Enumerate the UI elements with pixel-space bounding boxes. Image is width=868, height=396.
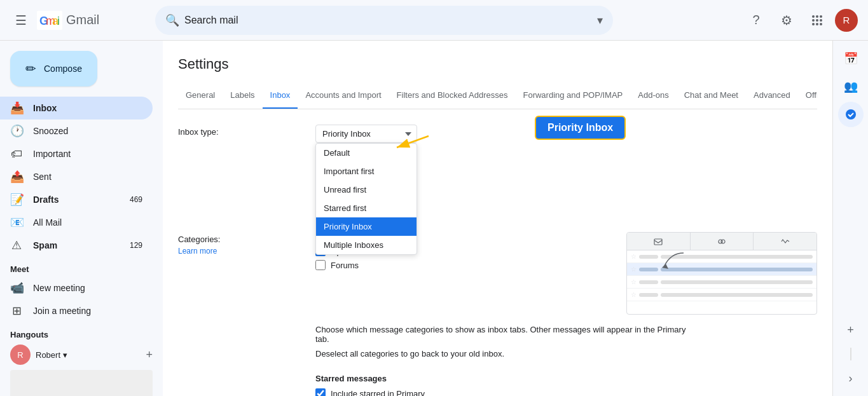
learn-more-link[interactable]: Learn more	[178, 247, 305, 256]
option-multiple-inboxes[interactable]: Multiple Inboxes	[316, 236, 417, 254]
search-input[interactable]	[184, 15, 592, 26]
categories-desc-2: Deselect all categories to go back to yo…	[315, 349, 697, 358]
new-meeting-icon: 📹	[10, 281, 23, 295]
tab-filters[interactable]: Filters and Blocked Addresses	[389, 83, 516, 109]
important-label: Important	[33, 149, 142, 159]
important-icon: 🏷	[10, 147, 23, 161]
forums-checkbox[interactable]	[315, 260, 326, 270]
preview-star-2: ☆	[631, 266, 637, 273]
all-mail-icon: 📧	[10, 215, 23, 229]
right-panel-add-icon[interactable]: +	[838, 317, 864, 343]
hamburger-icon[interactable]: ☰	[10, 8, 32, 33]
right-panel-divider	[850, 348, 851, 360]
preview-subject-4	[661, 293, 813, 297]
svg-point-9	[816, 19, 818, 22]
option-starred-first[interactable]: Starred first	[316, 199, 417, 217]
tab-forwarding[interactable]: Forwarding and POP/IMAP	[515, 83, 630, 109]
sidebar-item-snoozed[interactable]: 🕐 Snoozed	[0, 119, 153, 142]
option-important-first[interactable]: Important first	[316, 162, 417, 181]
settings-title: Settings	[178, 56, 817, 72]
avatar[interactable]: R	[835, 9, 858, 32]
preview-tabs	[627, 233, 816, 250]
right-panel-chevron-icon[interactable]: ›	[838, 365, 864, 391]
preview-row-3: ☆	[627, 276, 816, 289]
forums-checkbox-row: Forums	[315, 260, 586, 270]
categories-desc-1: Choose which message categories to show …	[315, 325, 697, 344]
sidebar-item-join-meeting[interactable]: ⊞ Join a meeting	[0, 299, 153, 322]
settings-body: Inbox type: Default Important first Unre…	[163, 109, 832, 396]
search-bar[interactable]: 🔍 ▾	[155, 6, 613, 35]
preview-tab-social	[691, 233, 754, 250]
sidebar-item-inbox[interactable]: 📥 Inbox	[0, 97, 153, 119]
svg-text:i: i	[57, 15, 60, 27]
hangouts-user-item[interactable]: R Robert ▾ +	[0, 342, 163, 367]
priority-inbox-tooltip: Priority Inbox	[535, 116, 626, 140]
sidebar-item-all-mail[interactable]: 📧 All Mail	[0, 211, 153, 234]
forums-label: Forums	[331, 261, 359, 270]
tab-accounts[interactable]: Accounts and Import	[298, 83, 389, 109]
svg-point-6	[816, 15, 818, 18]
sidebar-item-spam[interactable]: ⚠ Spam 129	[0, 234, 153, 257]
hangouts-section-header: Hangouts	[0, 322, 163, 342]
starred-checkbox[interactable]	[315, 388, 326, 396]
compose-button[interactable]: ✏ Compose	[10, 51, 97, 86]
tab-labels[interactable]: Labels	[223, 83, 262, 109]
settings-button[interactable]: ⚙	[774, 8, 799, 33]
hangouts-user-avatar: R	[10, 345, 31, 365]
spam-label: Spam	[33, 240, 120, 250]
starred-messages-content: Starred messages Include starred in Prim…	[315, 374, 817, 396]
right-panel-people-icon[interactable]: 👥	[838, 74, 864, 99]
inbox-type-dropdown-area: Default Important first Unread first Sta…	[315, 125, 417, 143]
main-content: Settings General Labels Inbox Accounts a…	[163, 41, 832, 396]
sidebar-item-drafts[interactable]: 📝 Drafts 469	[0, 188, 153, 211]
hangouts-add-icon[interactable]: +	[146, 348, 153, 362]
preview-tab-promotions	[754, 233, 816, 250]
tab-offline[interactable]: Offline	[798, 83, 817, 109]
sidebar-item-new-meeting[interactable]: 📹 New meeting	[0, 277, 153, 299]
search-dropdown-icon[interactable]: ▾	[597, 13, 603, 27]
hangouts-user-name: Robert ▾	[36, 350, 67, 360]
tab-inbox[interactable]: Inbox	[263, 83, 298, 109]
svg-point-12	[816, 23, 818, 25]
svg-point-13	[820, 23, 822, 25]
starred-section-title: Starred messages	[315, 374, 817, 383]
drafts-count: 469	[130, 195, 142, 204]
option-priority-inbox[interactable]: Priority Inbox	[316, 217, 417, 236]
hangouts-preview	[10, 370, 153, 396]
categories-row: Categories: Learn more Social Updates	[178, 232, 817, 358]
svg-line-15	[397, 136, 429, 147]
inbox-icon: 📥	[10, 101, 23, 115]
right-panel-calendar-icon[interactable]: 📅	[838, 46, 864, 71]
svg-rect-16	[654, 239, 662, 245]
svg-point-8	[812, 19, 815, 22]
preview-star-1: ☆	[631, 253, 637, 260]
topbar-right: ? ⚙ R	[743, 8, 858, 33]
option-unread-first[interactable]: Unread first	[316, 181, 417, 199]
sidebar-item-sent[interactable]: 📤 Sent	[0, 165, 153, 188]
spam-icon: ⚠	[10, 238, 23, 252]
svg-point-11	[812, 23, 815, 25]
tab-advanced[interactable]: Advanced	[746, 83, 798, 109]
drafts-label: Drafts	[33, 195, 120, 205]
help-button[interactable]: ?	[743, 8, 769, 33]
right-panel: 📅 👥 + ›	[832, 41, 868, 396]
compose-plus-icon: ✏	[25, 61, 36, 76]
apps-button[interactable]	[804, 8, 830, 33]
sidebar: ✏ Compose 📥 Inbox 🕐 Snoozed 🏷 Important …	[0, 41, 163, 396]
right-panel-tasks-icon[interactable]	[838, 102, 864, 127]
preview-subject-3	[661, 280, 813, 284]
sidebar-item-important[interactable]: 🏷 Important	[0, 142, 153, 165]
tab-general[interactable]: General	[178, 83, 223, 109]
new-meeting-label: New meeting	[33, 283, 142, 293]
starred-messages-label	[178, 374, 305, 376]
meet-section-header: Meet	[0, 257, 163, 277]
tab-chat[interactable]: Chat and Meet	[677, 83, 746, 109]
preview-sender-4	[639, 293, 658, 297]
spam-count: 129	[130, 241, 142, 250]
sent-label: Sent	[33, 172, 142, 182]
google-logo-icon: G m a i	[37, 11, 62, 30]
svg-point-10	[820, 19, 822, 22]
settings-header: Settings General Labels Inbox Accounts a…	[163, 41, 832, 109]
svg-point-20	[846, 109, 856, 119]
tab-addons[interactable]: Add-ons	[630, 83, 676, 109]
